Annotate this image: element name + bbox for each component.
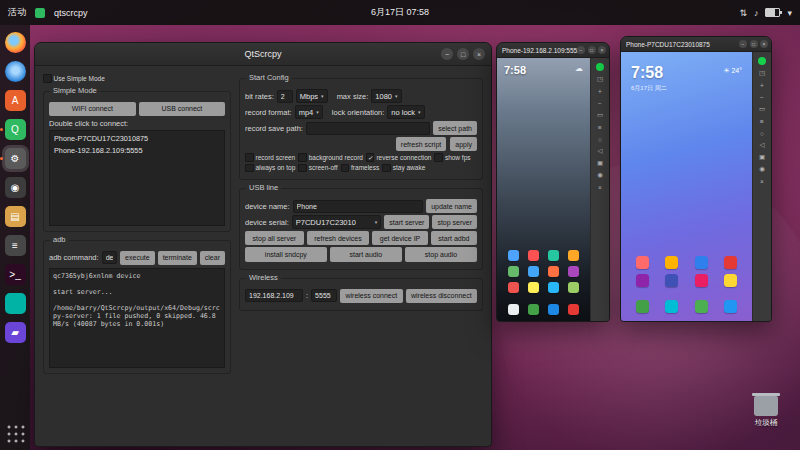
- close-screen-button[interactable]: ×: [595, 183, 605, 191]
- device-list[interactable]: Phone-P7CDU17C23010875Phone-192.168.2.10…: [49, 130, 225, 226]
- max-size-select[interactable]: 1080 ▾: [371, 89, 401, 103]
- volume-up-button[interactable]: +: [757, 81, 767, 89]
- phone-screen[interactable]: 7:58 ☁: [497, 58, 590, 321]
- terminate-button[interactable]: terminate: [158, 251, 197, 265]
- app-icon[interactable]: [636, 274, 649, 287]
- device-serial-select[interactable]: P7CDU17C23010 ▾: [292, 215, 382, 229]
- libreoffice-icon[interactable]: ▰: [5, 322, 26, 343]
- wireless-disconnect-button[interactable]: wireless disconnect: [406, 289, 477, 303]
- screenshot-button[interactable]: ▣: [757, 153, 767, 161]
- bit-rates-unit-select[interactable]: Mbps ▾: [296, 89, 328, 103]
- wireless-port-input[interactable]: [311, 289, 337, 302]
- dock-app-icon[interactable]: [665, 300, 678, 313]
- activities-button[interactable]: 活动: [8, 6, 26, 19]
- dock-app-icon[interactable]: [636, 300, 649, 313]
- usb-connect-button[interactable]: USB connect: [139, 102, 225, 116]
- close-button[interactable]: ×: [760, 40, 768, 48]
- volume-down-button[interactable]: −: [595, 99, 605, 107]
- background-record-checkbox[interactable]: background record: [298, 153, 363, 162]
- app-icon[interactable]: [528, 282, 539, 293]
- wireless-ip-input[interactable]: [245, 289, 303, 302]
- start-server-button[interactable]: start server: [384, 215, 429, 229]
- get-device-ip-button[interactable]: get device IP: [372, 231, 428, 245]
- update-name-button[interactable]: update name: [426, 199, 477, 213]
- close-screen-button[interactable]: ×: [757, 177, 767, 185]
- record-save-path-input[interactable]: [306, 122, 430, 135]
- wireless-connect-button[interactable]: wireless connect: [340, 289, 402, 303]
- terminal-icon[interactable]: >_: [5, 264, 26, 285]
- firefox-icon[interactable]: [5, 32, 26, 53]
- lock-orientation-select[interactable]: no lock ▾: [387, 105, 424, 119]
- maximize-button[interactable]: □: [588, 46, 596, 54]
- remmina-icon[interactable]: [5, 293, 26, 314]
- always-on-top-checkbox[interactable]: always on top: [245, 164, 295, 173]
- device-name-input[interactable]: [293, 200, 424, 213]
- settings-icon[interactable]: ⚙: [5, 148, 26, 169]
- ubuntu-software-icon[interactable]: A: [5, 90, 26, 111]
- refresh-script-button[interactable]: refresh script: [396, 137, 446, 151]
- record-format-select[interactable]: mp4 ▾: [295, 105, 323, 119]
- expand-icon[interactable]: ◳: [757, 69, 767, 77]
- app-icon[interactable]: [548, 266, 559, 277]
- dock-app-icon[interactable]: [695, 300, 708, 313]
- touch-button[interactable]: ◉: [757, 165, 767, 173]
- power-button[interactable]: [596, 63, 604, 71]
- app-icon[interactable]: [548, 282, 559, 293]
- stay-awake-checkbox[interactable]: stay awake: [382, 164, 425, 173]
- app-icon[interactable]: [636, 256, 649, 269]
- volume-icon[interactable]: ♪: [754, 8, 759, 18]
- app-icon[interactable]: [528, 250, 539, 261]
- maximize-button[interactable]: □: [750, 40, 758, 48]
- adb-log-output[interactable]: qc7365ybj6xnlnm device start server... /…: [49, 268, 225, 368]
- trash-desktop-icon[interactable]: 垃圾桶: [742, 396, 790, 428]
- maximize-button[interactable]: □: [457, 48, 469, 60]
- app-grid-button[interactable]: [5, 423, 25, 443]
- frameless-checkbox[interactable]: frameless: [341, 164, 380, 173]
- screenshot-button[interactable]: ▣: [595, 159, 605, 167]
- text-editor-icon[interactable]: ≡: [5, 235, 26, 256]
- menu-button[interactable]: ≡: [595, 123, 605, 131]
- window-titlebar[interactable]: Phone-192.168.2.109:5555 − □ ×: [497, 43, 609, 58]
- home-button[interactable]: ○: [757, 129, 767, 137]
- app-icon[interactable]: [695, 256, 708, 269]
- start-adbd-button[interactable]: start adbd: [431, 231, 477, 245]
- app-switch-button[interactable]: ▭: [757, 105, 767, 113]
- window-titlebar[interactable]: Phone-P7CDU17C23010875 − □ ×: [621, 37, 771, 52]
- files-icon[interactable]: ▤: [5, 206, 26, 227]
- volume-up-button[interactable]: +: [595, 87, 605, 95]
- close-button[interactable]: ×: [473, 48, 485, 60]
- app-icon[interactable]: [724, 274, 737, 287]
- menu-button[interactable]: ≡: [757, 117, 767, 125]
- app-icon[interactable]: [568, 282, 579, 293]
- focused-app-name[interactable]: qtscrcpy: [54, 8, 88, 18]
- screen-off-checkbox[interactable]: screen-off: [298, 164, 337, 173]
- battery-icon[interactable]: [765, 8, 780, 17]
- power-button[interactable]: [758, 57, 766, 65]
- execute-button[interactable]: execute: [120, 251, 155, 265]
- device-list-item[interactable]: Phone-P7CDU17C23010875: [52, 133, 222, 144]
- app-switch-button[interactable]: ▭: [595, 111, 605, 119]
- close-button[interactable]: ×: [598, 46, 606, 54]
- app-icon[interactable]: [508, 250, 519, 261]
- volume-down-button[interactable]: −: [757, 93, 767, 101]
- use-simple-mode-checkbox[interactable]: Use Simple Mode: [43, 74, 231, 83]
- touch-button[interactable]: ◉: [595, 171, 605, 179]
- select-path-button[interactable]: select path: [433, 121, 477, 135]
- home-button[interactable]: ○: [595, 135, 605, 143]
- back-button[interactable]: ◁: [757, 141, 767, 149]
- expand-icon[interactable]: ◳: [595, 75, 605, 83]
- system-menu-caret-icon[interactable]: ▾: [787, 8, 792, 18]
- app-icon[interactable]: [724, 256, 737, 269]
- device-list-item[interactable]: Phone-192.168.2.109:5555: [52, 145, 222, 156]
- app-icon[interactable]: [568, 266, 579, 277]
- adb-command-input[interactable]: [102, 251, 117, 264]
- dock-app-icon[interactable]: [724, 300, 737, 313]
- app-icon[interactable]: [695, 274, 708, 287]
- stop-all-server-button[interactable]: stop all server: [245, 231, 304, 245]
- app-icon[interactable]: [665, 274, 678, 287]
- install-sndcpy-button[interactable]: install sndcpy: [245, 247, 327, 261]
- minimize-button[interactable]: −: [739, 40, 747, 48]
- minimize-button[interactable]: −: [441, 48, 453, 60]
- record-screen-checkbox[interactable]: record screen: [245, 153, 295, 162]
- app-icon[interactable]: [508, 266, 519, 277]
